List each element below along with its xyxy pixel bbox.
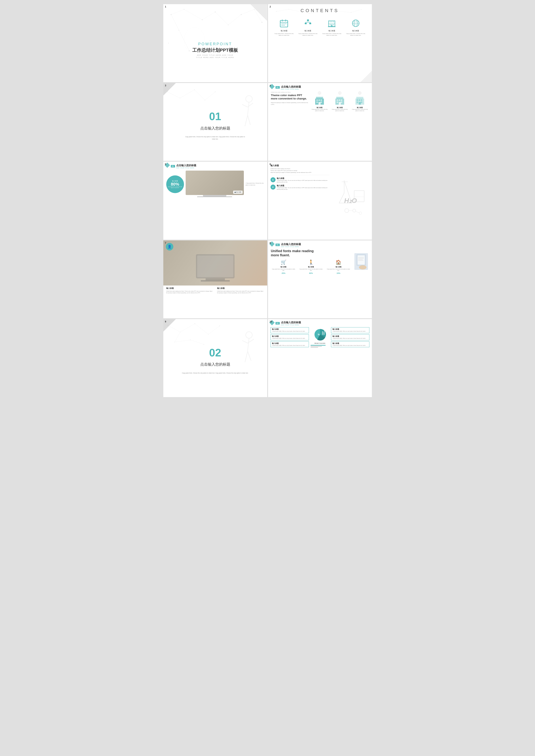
svg-point-73 bbox=[246, 96, 252, 102]
s4-title-en: ADD YOUR TITLE HERE. bbox=[281, 89, 301, 90]
num-badge-1: 1 bbox=[318, 92, 321, 95]
s5-bullets: • Copy paste fonts. Choose the only opti… bbox=[245, 182, 264, 186]
s10-box-l2: 输入标题 • Supporting 输入标题 • When you copy &… bbox=[270, 334, 309, 340]
svg-rect-90 bbox=[339, 99, 340, 101]
s5-header: 01 点击输入您的标题 ADD YOUR TITLE HERE. bbox=[163, 162, 267, 169]
s5-circle-desc: Copy paste fonts. Choose the only option… bbox=[166, 186, 184, 188]
s5-title-cn: 点击输入您的标题 bbox=[176, 164, 196, 167]
s10-box-l1-title: 输入标题 bbox=[272, 328, 307, 330]
num-badge-2: 2 bbox=[338, 92, 341, 95]
svg-rect-92 bbox=[337, 101, 338, 103]
slide-9: 9 02 点击输入您 bbox=[163, 319, 267, 397]
slide-7: 7 👤 输入标题 Unified fonts make reading more… bbox=[163, 240, 267, 319]
s10-box-l3-title: 输入标题 bbox=[272, 343, 307, 345]
s10-box-l1-bullets: • Supporting 输入标题 • When you copy & past… bbox=[272, 331, 307, 332]
building-svg-3 bbox=[354, 95, 365, 105]
s8-item-2: 🚶 输入标题 Copy paste fonts. Choose the only… bbox=[298, 260, 324, 274]
svg-line-134 bbox=[174, 332, 180, 342]
svg-rect-114 bbox=[201, 280, 230, 282]
slide-9-number: 9 bbox=[165, 320, 166, 323]
s6-item-2-title: 输入标题 bbox=[277, 184, 330, 187]
title-area: POWERPOINT 工作总结计划PPT模板 ADD YOUR TITLE HE… bbox=[168, 42, 262, 59]
slide-5-number: 5 bbox=[165, 163, 166, 165]
svg-rect-116 bbox=[357, 255, 365, 265]
svg-line-13 bbox=[171, 9, 184, 14]
svg-rect-94 bbox=[339, 102, 341, 105]
s7-col2-title: 输入标题 bbox=[217, 287, 264, 290]
svg-line-31 bbox=[310, 11, 330, 14]
svg-line-30 bbox=[289, 9, 310, 14]
svg-line-71 bbox=[194, 90, 205, 100]
building-3-desc: Copy paste fonts. Choose the only option… bbox=[351, 109, 369, 112]
svg-point-107 bbox=[353, 209, 356, 212]
s10-box-r1-bullets: • Supporting 输入标题 • When you copy & past… bbox=[332, 331, 368, 332]
building-2-desc: Copy paste fonts. Choose the only option… bbox=[331, 109, 349, 112]
svg-rect-85 bbox=[321, 101, 322, 103]
s10-progress-bars bbox=[311, 345, 329, 348]
instagram-icon: 📷 bbox=[235, 191, 236, 193]
s5-laptop-overlay: 📷 输入标题 bbox=[233, 191, 242, 194]
slide-8: 8 01 点击输入您的标题 ADD YOUR TITLE HERE. Unifi… bbox=[268, 240, 372, 319]
svg-line-72 bbox=[205, 92, 215, 100]
s8-item3-title: 输入标题 bbox=[326, 266, 351, 268]
s10-box-r3-title: 输入标题 bbox=[332, 343, 368, 345]
svg-rect-93 bbox=[341, 101, 342, 103]
s6-item-2: ⚙ 输入标题 • Supporting 输入标题 • You can use t… bbox=[270, 184, 330, 190]
svg-rect-81 bbox=[316, 99, 318, 101]
s8-main-text: Unified fonts make readingmore fluent. bbox=[271, 249, 351, 258]
s8-item2-desc: Copy paste fonts. Choose the only option… bbox=[298, 268, 324, 271]
s10-bar-2 bbox=[311, 346, 322, 347]
building-2-label: 输入标题 bbox=[331, 107, 349, 109]
s8-title-cn: 点击输入您的标题 bbox=[281, 242, 301, 246]
s4-theme-text: Theme color makes PPT more convenient to… bbox=[271, 94, 308, 101]
h2o-label: H₂O bbox=[344, 197, 357, 205]
slide-3: 3 01 点击输入您的标题 Copy paste fonts. Choose t… bbox=[163, 83, 267, 161]
s8-badge: 01 bbox=[275, 243, 280, 246]
s5-content: 输入标题 80% Copy paste fonts. Choose the on… bbox=[163, 169, 267, 199]
slide-2: 2 CONTENTS 输入标题 Copy paste fonts. Choose bbox=[268, 4, 372, 82]
slide-2-number: 2 bbox=[270, 5, 271, 8]
building-svg-1 bbox=[314, 95, 325, 105]
s6-icon-1: ⚙ bbox=[270, 177, 275, 182]
building-3-label: 输入标题 bbox=[351, 107, 369, 109]
s6-item-2-content: 输入标题 • Supporting 输入标题 • You can use the… bbox=[277, 184, 330, 190]
svg-line-142 bbox=[248, 351, 251, 361]
svg-text:%: % bbox=[318, 333, 320, 336]
subtitle: ADD YOUR TITLE HERE.ADD YOUR TITLE HERE.… bbox=[168, 54, 262, 59]
s10-bar-3 bbox=[311, 347, 318, 348]
building-item-2: 2 输入标题 Copy paste fonts. Choose the only… bbox=[331, 92, 349, 112]
svg-line-19 bbox=[241, 9, 254, 14]
s5-laptop-img: 📷 输入标题 bbox=[185, 171, 244, 195]
s8-body: Unified fonts make readingmore fluent. 🛒… bbox=[268, 248, 372, 275]
s7-circle-icon: 👤 bbox=[166, 243, 173, 250]
s10-body: 输入标题 • Supporting 输入标题 • When you copy &… bbox=[268, 326, 372, 349]
s5-laptop-base bbox=[197, 196, 232, 197]
s8-item1-pct: 25% bbox=[271, 272, 296, 274]
s10-box-l3-bullets: • Supporting 输入标题 • When you copy & past… bbox=[272, 345, 307, 347]
svg-rect-89 bbox=[337, 99, 338, 101]
s5-circle-pct: 80% bbox=[171, 182, 179, 186]
click-title: 点击输入您的标题 bbox=[200, 126, 230, 131]
s8-item2-title: 输入标题 bbox=[298, 266, 324, 268]
s6-item-1: ⚙ 输入标题 • Supporting 输入标题 • You can use t… bbox=[270, 177, 330, 183]
s4-header: 01 点击输入您的标题 ADD YOUR TITLE HERE. bbox=[268, 83, 372, 91]
svg-line-131 bbox=[180, 324, 195, 332]
slide-8-number: 8 bbox=[270, 242, 271, 244]
svg-line-15 bbox=[171, 14, 179, 30]
svg-point-106 bbox=[345, 209, 349, 212]
s10-box-r2: 输入标题 • Supporting 输入标题 • When you copy &… bbox=[331, 334, 369, 340]
s10-pie-chart: % bbox=[313, 327, 327, 342]
s8-item3-pct: 15% bbox=[326, 272, 351, 274]
slide-10-number: 10 bbox=[270, 320, 272, 323]
svg-rect-82 bbox=[319, 99, 320, 101]
s8-house-icon: 🏠 bbox=[326, 260, 351, 265]
s4-content: Unified fonts make reading more fluent. … bbox=[268, 91, 372, 112]
s2-network bbox=[268, 4, 372, 35]
svg-line-16 bbox=[202, 12, 215, 20]
s7-col-2: 输入标题 Unified fonts make reading more flu… bbox=[217, 287, 264, 294]
s10-box-l2-bullets: • Supporting 输入标题 • When you copy & past… bbox=[272, 338, 307, 339]
svg-point-108 bbox=[359, 212, 362, 214]
s4-badge: 01 bbox=[275, 86, 280, 89]
s8-item-3: 🏠 输入标题 Copy paste fonts. Choose the only… bbox=[326, 260, 351, 274]
s6-item-2-bullets: • Supporting 输入标题 • You can use the icon… bbox=[277, 187, 330, 190]
